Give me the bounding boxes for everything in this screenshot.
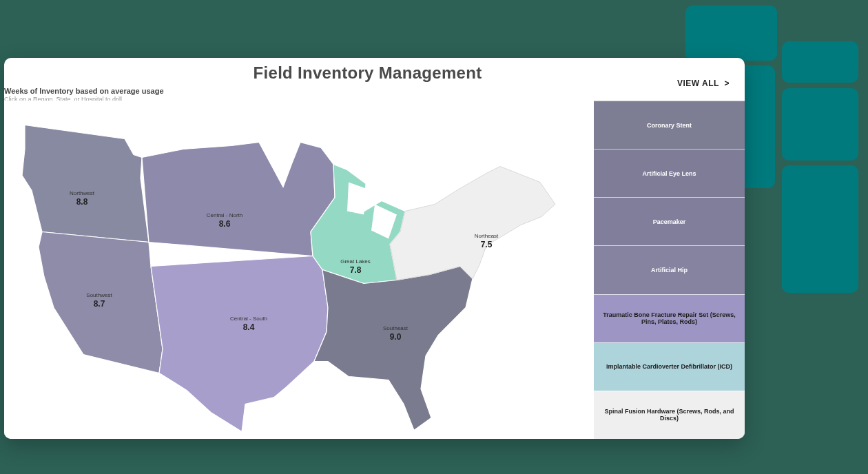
product-tile-artificial-hip[interactable]: Artificial Hip [594,245,745,293]
us-map: Northwest 8.8 Central - North 8.6 Southw… [4,101,593,439]
region-northwest-label: Northwest [70,190,95,196]
region-central-north-label: Central - North [207,212,242,218]
region-southwest-value: 8.7 [94,299,105,309]
deco-rect [685,6,777,61]
region-central-south[interactable] [151,256,328,432]
chevron-right-icon: > [724,79,730,88]
region-great-lakes-value: 7.8 [350,265,362,275]
region-southeast-label: Southeast [383,325,409,331]
product-label: Coronary Stent [647,122,692,129]
region-central-south-label: Central - South [230,316,267,322]
region-southwest-label: Southwest [86,292,112,298]
deco-rect [782,41,858,83]
region-central-north[interactable] [142,143,335,256]
product-label: Traumatic Bone Fracture Repair Set (Scre… [601,311,738,325]
deco-rect [782,165,858,293]
view-all-label: VIEW ALL [677,79,719,88]
header: Field Inventory Management [4,58,745,85]
product-tile-fracture-repair[interactable]: Traumatic Bone Fracture Repair Set (Scre… [594,294,745,342]
product-tile-pacemaker[interactable]: Pacemaker [594,197,745,245]
map-panel: Northwest 8.8 Central - North 8.6 Southw… [4,101,593,439]
region-southeast-value: 9.0 [390,332,402,342]
region-northeast-value: 7.5 [481,240,493,249]
region-central-north-value: 8.6 [219,219,231,229]
region-northwest-value: 8.8 [76,197,88,207]
product-tile-icd[interactable]: Implantable Cardioverter Defibrillator (… [594,342,745,391]
view-all-link[interactable]: VIEW ALL > [677,79,730,88]
region-central-south-value: 8.4 [243,322,255,332]
product-tile-artificial-eye-lens[interactable]: Artificial Eye Lens [594,149,745,197]
subtitle-line1: Weeks of Inventory based on average usag… [4,87,738,95]
dashboard-card: Field Inventory Management Weeks of Inve… [4,58,745,439]
product-label: Spinal Fusion Hardware (Screws, Rods, an… [601,408,738,422]
product-label: Implantable Cardioverter Defibrillator (… [606,363,732,370]
deco-rect [782,88,858,161]
region-southeast[interactable] [314,267,473,431]
region-northeast[interactable] [390,167,555,280]
product-tile-spinal-fusion[interactable]: Spinal Fusion Hardware (Screws, Rods, an… [594,391,745,439]
region-great-lakes-label: Great Lakes [340,258,371,265]
page-title: Field Inventory Management [4,63,731,83]
region-northeast-label: Northeast [475,233,499,239]
product-tile-coronary-stent[interactable]: Coronary Stent [594,101,745,149]
product-label: Artificial Hip [651,267,688,274]
region-northwest[interactable] [22,125,149,243]
content-area: Northwest 8.8 Central - North 8.6 Southw… [4,101,745,439]
product-panel: Coronary Stent Artificial Eye Lens Pacem… [593,101,745,439]
product-label: Artificial Eye Lens [642,170,696,177]
product-label: Pacemaker [653,218,686,225]
